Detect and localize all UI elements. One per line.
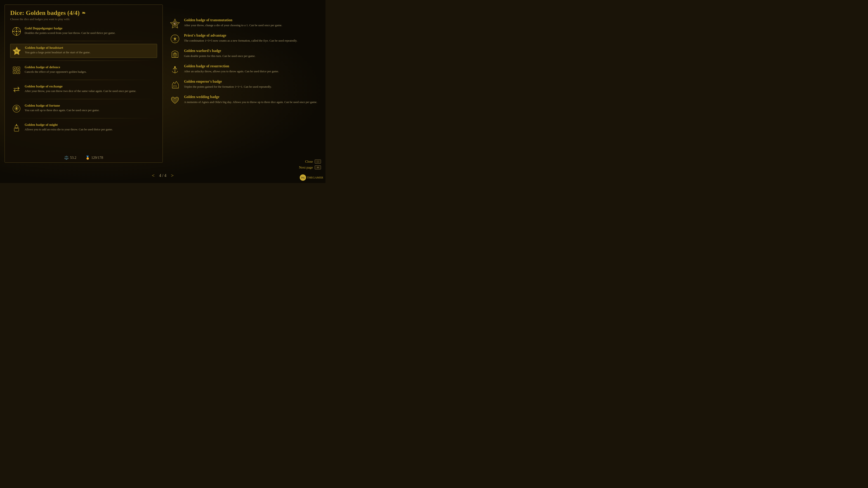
badge-icon-doppelganger — [11, 26, 22, 36]
tg-emblem: TG — [300, 174, 306, 181]
next-page-label: Next page — [299, 166, 313, 169]
badge-name-doppelganger: Gold Doppelganger badge — [25, 26, 156, 30]
right-badge-desc-warlord: Gain double points for this turn. Can be… — [184, 54, 321, 58]
badge-desc-doppelganger: Doubles the points scored from your last… — [25, 31, 156, 35]
badge-item-exchange[interactable]: Golden badge of exchange After your thro… — [10, 83, 157, 96]
svg-point-17 — [14, 72, 15, 73]
right-badge-text-transmutation: Golden badge of transmutation After your… — [184, 18, 321, 28]
right-badge-name-warlord: Golden warlord's badge — [184, 49, 321, 53]
badge-text-fortune: Golden badge of fortune You can roll up … — [25, 104, 156, 112]
badge-value: 129/178 — [91, 156, 103, 160]
badge-desc-fortune: You can roll up to three dice again. Can… — [25, 108, 156, 112]
badge-icon-exchange — [11, 85, 22, 94]
badge-name-might: Golden badge of might — [25, 123, 156, 127]
weight-icon: ⚖️ — [64, 156, 69, 160]
right-badge-wedding[interactable]: Golden wedding badge A memento of Agnes … — [169, 95, 321, 106]
badge-text-exchange: Golden badge of exchange After your thro… — [25, 85, 156, 93]
badge-desc-might: Allows you to add an extra die to your t… — [25, 127, 156, 131]
right-badge-name-advantage: Priest's badge of advantage — [184, 33, 321, 37]
close-button[interactable]: Close □ — [305, 160, 321, 164]
svg-point-27 — [174, 38, 176, 40]
badge-icon-fortune — [11, 104, 22, 113]
panel-subtitle: Choose the dice and badges you want to p… — [10, 18, 157, 21]
badge-item-might[interactable]: Golden badge of might Allows you to add … — [10, 121, 157, 135]
badge-name-headstart: Golden badge of headstart — [25, 46, 156, 50]
right-badge-transmutation[interactable]: 🦅 Golden badge of transmutation After yo… — [169, 18, 321, 29]
svg-point-16 — [18, 68, 19, 69]
right-badge-icon-emperor — [169, 79, 180, 90]
title-decoration-icon: ❧ — [82, 10, 86, 15]
badge-text-might: Golden badge of might Allows you to add … — [25, 123, 156, 131]
right-badge-icon-resurrection — [169, 64, 180, 75]
badge-name-exchange: Golden badge of exchange — [25, 85, 156, 88]
right-badge-icon-warlord — [169, 49, 180, 60]
right-badge-warlord[interactable]: Golden warlord's badge Gain double point… — [169, 49, 321, 60]
svg-text:G: G — [16, 49, 18, 53]
svg-point-15 — [14, 68, 15, 69]
divider-5 — [10, 118, 157, 119]
badge-icon-defence — [11, 65, 22, 75]
right-badge-name-transmutation: Golden badge of transmutation — [184, 18, 321, 22]
badge-list-container: Gold Doppelganger badge Doubles the poin… — [10, 25, 157, 135]
next-page-key: ✛ — [315, 165, 321, 169]
right-badge-desc-advantage: The combination 1+3+5 now counts as a ne… — [184, 38, 321, 43]
svg-point-8 — [20, 31, 21, 32]
svg-point-29 — [174, 66, 176, 68]
right-badge-desc-transmutation: After your throw, change a die of your c… — [184, 23, 321, 28]
badge-icon: 🏅 — [86, 156, 90, 160]
badge-desc-exchange: After your throw, you can throw two dice… — [25, 89, 156, 93]
badge-item-doppelganger[interactable]: Gold Doppelganger badge Doubles the poin… — [10, 25, 157, 38]
svg-point-6 — [16, 34, 17, 35]
next-page-button[interactable]: > — [171, 173, 174, 178]
badge-stat: 🏅 129/178 — [86, 156, 103, 160]
badge-item-defence[interactable]: Golden badge of defence Cancels the effe… — [10, 64, 157, 77]
right-badge-icon-transmutation: 🦅 — [169, 18, 180, 29]
right-badge-advantage[interactable]: Priest's badge of advantage The combinat… — [169, 33, 321, 44]
right-badge-text-wedding: Golden wedding badge A memento of Agnes … — [184, 95, 321, 104]
right-badge-name-resurrection: Golden badge of resurrection — [184, 64, 321, 68]
svg-point-4 — [16, 31, 17, 32]
next-page-button-ctrl[interactable]: Next page ✛ — [299, 165, 321, 169]
right-badge-emperor[interactable]: Golden emperor's badge Triples the point… — [169, 79, 321, 90]
svg-point-7 — [13, 31, 14, 32]
close-label: Close — [305, 160, 313, 164]
right-badge-text-resurrection: Golden badge of resurrection After an un… — [184, 64, 321, 74]
badge-text-doppelganger: Gold Doppelganger badge Doubles the poin… — [25, 26, 156, 35]
svg-point-20 — [16, 108, 17, 109]
badge-list: Gold Doppelganger badge Doubles the poin… — [10, 25, 157, 135]
badge-icon-headstart: G — [12, 46, 22, 56]
tgamer-logo: TG THEGAMER — [300, 174, 323, 181]
badge-icon-might — [11, 123, 22, 133]
right-badge-name-wedding: Golden wedding badge — [184, 95, 321, 99]
weight-value: 53.2 — [70, 156, 76, 160]
main-panel: Dice: Golden badges (4/4) ❧ Choose the d… — [4, 4, 163, 163]
page-indicator: 4 / 4 — [159, 173, 166, 178]
right-column: 🦅 Golden badge of transmutation After yo… — [169, 18, 321, 163]
badge-name-fortune: Golden badge of fortune — [25, 104, 156, 107]
panel-title: Dice: Golden badges (4/4) ❧ — [10, 9, 157, 17]
prev-page-button[interactable]: < — [152, 173, 155, 178]
badge-desc-defence: Cancels the effect of your opponent's go… — [25, 70, 156, 74]
tg-brand-text: THEGAMER — [307, 176, 323, 180]
panel-footer: ⚖️ 53.2 🏅 129/178 — [5, 156, 162, 160]
right-badge-desc-emperor: Triples the points gained for the format… — [184, 85, 321, 89]
badge-text-headstart: Golden badge of headstart You gain a lar… — [25, 46, 156, 55]
weight-stat: ⚖️ 53.2 — [64, 156, 76, 160]
divider-1 — [10, 41, 157, 41]
right-badge-text-advantage: Priest's badge of advantage The combinat… — [184, 33, 321, 43]
bottom-right-controls: Close □ Next page ✛ — [299, 160, 321, 169]
badge-name-defence: Golden badge of defence — [25, 65, 156, 69]
panel-title-text: Dice: Golden badges (4/4) — [10, 9, 80, 17]
right-badge-desc-resurrection: After an unlucky throw, allows you to th… — [184, 69, 321, 74]
navigation-bar: < 4 / 4 > — [152, 173, 174, 178]
right-badge-name-emperor: Golden emperor's badge — [184, 79, 321, 84]
badge-item-headstart[interactable]: G Golden badge of headstart You gain a l… — [10, 44, 157, 58]
right-badge-desc-wedding: A memento of Agnes and Olda's big day. A… — [184, 100, 321, 104]
svg-marker-24 — [16, 124, 17, 125]
svg-text:🦅: 🦅 — [174, 22, 177, 25]
right-badge-resurrection[interactable]: Golden badge of resurrection After an un… — [169, 64, 321, 75]
right-badge-text-warlord: Golden warlord's badge Gain double point… — [184, 49, 321, 58]
badge-desc-headstart: You gain a large point headstart at the … — [25, 51, 156, 55]
svg-point-5 — [16, 28, 17, 29]
badge-item-fortune[interactable]: Golden badge of fortune You can roll up … — [10, 102, 157, 116]
